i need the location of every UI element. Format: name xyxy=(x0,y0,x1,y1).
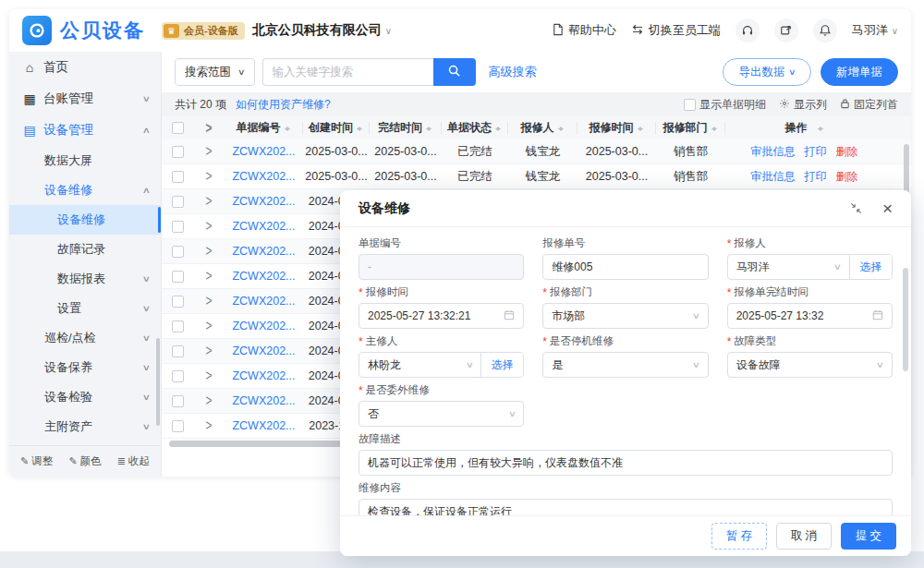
collapse-modal-icon[interactable] xyxy=(850,202,862,214)
notifications-bell-button[interactable] xyxy=(813,18,837,42)
col-finished[interactable]: 完结时间 xyxy=(370,122,442,135)
row-expander[interactable] xyxy=(193,369,225,382)
row-checkbox[interactable] xyxy=(172,196,184,208)
export-data-button[interactable]: 导出数据 xyxy=(723,58,811,86)
fix-columns-button[interactable]: 固定列首 xyxy=(840,97,898,113)
sort-icon[interactable] xyxy=(711,124,718,133)
doc-code-link[interactable]: ZCWX202... xyxy=(225,419,303,432)
adjust-button[interactable]: ✎调整 xyxy=(20,454,53,468)
col-dept[interactable]: 报修部门 xyxy=(656,122,725,135)
row-expander[interactable] xyxy=(193,394,225,407)
row-checkbox[interactable] xyxy=(172,345,184,357)
main-repairer-select[interactable]: 林盼龙∨ xyxy=(359,353,480,377)
doc-code-link[interactable]: ZCWX202... xyxy=(225,394,303,407)
select-all-checkbox[interactable] xyxy=(172,122,184,134)
support-headset-button[interactable] xyxy=(736,18,760,42)
doc-code-link[interactable]: ZCWX202... xyxy=(225,245,303,258)
help-center-button[interactable]: 帮助中心 xyxy=(552,22,616,39)
row-checkbox[interactable] xyxy=(172,296,184,308)
row-expander[interactable] xyxy=(193,270,225,283)
sidebar-item[interactable]: 数据报表 ∨ xyxy=(9,264,161,294)
show-columns-button[interactable]: 显示列 xyxy=(779,97,827,113)
sort-icon[interactable] xyxy=(356,124,363,133)
repair-no-input[interactable]: 维修005 xyxy=(542,254,708,280)
main-repairer-choose-button[interactable]: 选择 xyxy=(480,353,523,377)
show-detail-toggle[interactable]: 显示单据明细 xyxy=(684,97,766,113)
export-log-button[interactable] xyxy=(774,18,798,42)
row-expander[interactable] xyxy=(193,320,225,332)
sort-icon[interactable] xyxy=(284,124,291,133)
print-link[interactable]: 打印 xyxy=(805,144,827,160)
approval-info-link[interactable]: 审批信息 xyxy=(751,144,796,160)
doc-code-link[interactable]: ZCWX202... xyxy=(225,369,303,382)
row-expander[interactable] xyxy=(193,245,225,258)
doc-code-link[interactable]: ZCWX202... xyxy=(225,145,303,158)
row-checkbox[interactable] xyxy=(172,271,184,283)
sidebar-item[interactable]: ▦ 台账管理 ∨ xyxy=(9,83,161,115)
row-expander[interactable] xyxy=(193,295,225,308)
approval-info-link[interactable]: 审批信息 xyxy=(751,169,796,185)
row-expander[interactable] xyxy=(193,145,225,158)
sort-icon[interactable] xyxy=(637,124,644,133)
row-expander[interactable] xyxy=(193,170,225,183)
fault-type-select[interactable]: 设备故障∨ xyxy=(727,352,893,378)
submit-button[interactable]: 提交 xyxy=(841,523,896,550)
row-checkbox[interactable] xyxy=(172,395,184,407)
modal-scrollbar[interactable] xyxy=(903,268,908,371)
sort-icon[interactable] xyxy=(494,124,502,133)
doc-code-link[interactable]: ZCWX202... xyxy=(225,344,303,357)
report-time-input[interactable]: 2025-05-27 13:32:21 xyxy=(359,303,524,329)
doc-code-link[interactable]: ZCWX202... xyxy=(225,270,303,283)
doc-code-link[interactable]: ZCWX202... xyxy=(225,170,303,183)
doc-code-link[interactable]: ZCWX202... xyxy=(225,220,303,233)
report-dept-select[interactable]: 市场部∨ xyxy=(542,303,708,329)
repair-content-input[interactable]: 检查设备，保证设备正常运行 xyxy=(359,499,893,515)
col-actions[interactable]: 操作 xyxy=(725,122,911,135)
switch-to-staff-button[interactable]: 切换至员工端 xyxy=(631,22,721,39)
sort-icon[interactable] xyxy=(425,124,432,133)
row-checkbox[interactable] xyxy=(172,221,184,233)
row-checkbox[interactable] xyxy=(172,420,184,432)
row-expander[interactable] xyxy=(193,195,225,208)
doc-code-link[interactable]: ZCWX202... xyxy=(225,320,303,332)
col-report-time[interactable]: 报修时间 xyxy=(578,122,656,135)
sidebar-item[interactable]: 设置 ∨ xyxy=(9,294,161,323)
sidebar-item[interactable]: ▤ 设备管理 ∧ xyxy=(9,115,161,146)
outsourced-select[interactable]: 否∨ xyxy=(359,401,524,427)
color-button[interactable]: ✎颜色 xyxy=(68,454,101,468)
doc-code-link[interactable]: ZCWX202... xyxy=(225,195,303,208)
row-checkbox[interactable] xyxy=(172,246,184,258)
sort-icon[interactable] xyxy=(557,124,565,133)
row-expander[interactable] xyxy=(193,419,225,432)
reporter-select[interactable]: 马羽洋∨ xyxy=(728,255,849,279)
add-record-button[interactable]: 新增单据 xyxy=(821,58,898,86)
collapse-sidebar-button[interactable]: ≣收起 xyxy=(117,454,150,468)
col-reporter[interactable]: 报修人 xyxy=(508,122,578,135)
delete-link[interactable]: 删除 xyxy=(836,144,858,160)
delete-link[interactable]: 删除 xyxy=(836,169,858,185)
sidebar-scrollbar[interactable] xyxy=(156,338,160,426)
company-switcher[interactable]: 北京公贝科技有限公司 xyxy=(252,22,392,39)
search-button[interactable] xyxy=(433,58,476,86)
row-checkbox[interactable] xyxy=(172,171,184,183)
usage-guide-link[interactable]: 如何使用资产维修? xyxy=(236,97,331,113)
row-expander[interactable] xyxy=(193,344,225,357)
sidebar-item[interactable]: 故障记录 xyxy=(9,235,161,264)
sidebar-item[interactable]: 设备保养 ∨ xyxy=(9,353,161,382)
sidebar-item[interactable]: 数据大屏 xyxy=(9,146,161,175)
show-detail-checkbox[interactable] xyxy=(684,99,696,111)
finish-time-input[interactable]: 2025-05-27 13:32 xyxy=(727,303,893,329)
col-status[interactable]: 单据状态 xyxy=(442,122,508,135)
table-row[interactable]: ZCWX202... 2025-03-0... 2025-03-0... 已完结… xyxy=(162,164,911,189)
search-scope-select[interactable]: 搜索范围 xyxy=(175,58,255,86)
row-expander[interactable] xyxy=(193,220,225,233)
fault-desc-input[interactable]: 机器可以正常使用，但有较大异响，仪表盘数值不准 xyxy=(359,450,893,476)
search-input[interactable] xyxy=(262,58,433,86)
row-checkbox[interactable] xyxy=(172,370,184,382)
row-checkbox[interactable] xyxy=(172,320,184,332)
save-draft-button[interactable]: 暂存 xyxy=(711,523,767,550)
cancel-button[interactable]: 取消 xyxy=(776,523,832,550)
advanced-search-link[interactable]: 高级搜索 xyxy=(489,64,537,80)
sort-icon[interactable] xyxy=(817,124,824,133)
sidebar-item[interactable]: 巡检/点检 ∨ xyxy=(9,323,161,353)
